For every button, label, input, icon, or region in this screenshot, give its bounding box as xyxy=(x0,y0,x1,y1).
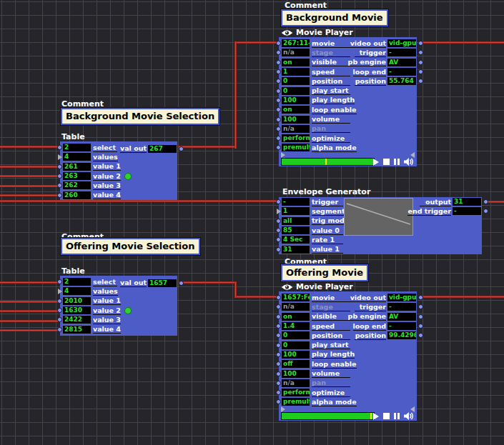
envelope-generator-node[interactable]: - trigger 1 segments all trig mode 85 va… xyxy=(279,197,482,254)
input-port[interactable] xyxy=(276,219,281,224)
output-port[interactable] xyxy=(418,69,423,74)
input-port[interactable] xyxy=(276,295,281,300)
param-value-input[interactable]: 2 xyxy=(63,278,91,286)
connection-wire[interactable] xyxy=(0,185,58,187)
param-value-input[interactable]: n/a xyxy=(282,125,310,133)
param-value-input[interactable]: 1 xyxy=(282,68,310,76)
node-title-movie-player-offering[interactable]: Movie Player xyxy=(281,282,353,291)
input-port[interactable] xyxy=(277,209,284,214)
connection-wire[interactable] xyxy=(0,146,58,148)
param-value-input[interactable]: n/a xyxy=(282,379,310,387)
param-value-input[interactable]: 267:11-I xyxy=(282,39,310,47)
connection-wire[interactable] xyxy=(419,296,504,298)
input-port[interactable] xyxy=(276,381,281,386)
output-port[interactable] xyxy=(418,60,423,65)
comment-box-offering-selection[interactable]: Offering Movie Selection xyxy=(61,238,200,255)
param-value-input[interactable]: 2815 xyxy=(63,326,91,334)
input-port[interactable] xyxy=(276,136,281,141)
playhead[interactable] xyxy=(370,413,372,419)
loop-end-marker-icon[interactable] xyxy=(407,152,415,158)
input-port[interactable] xyxy=(276,304,281,309)
param-value-input[interactable]: on xyxy=(282,106,310,114)
pause-icon[interactable] xyxy=(394,413,400,419)
input-port[interactable] xyxy=(57,174,62,179)
param-value-input[interactable]: n/a xyxy=(282,49,310,56)
input-port[interactable] xyxy=(57,299,62,304)
node-title-envelope-generator[interactable]: Envelope Generator xyxy=(282,187,370,196)
input-port[interactable] xyxy=(57,317,62,322)
input-port[interactable] xyxy=(276,145,281,150)
comment-box-offering-movie[interactable]: Offering Movie xyxy=(281,264,368,281)
param-value-input[interactable]: 261 xyxy=(63,163,91,171)
output-port[interactable] xyxy=(418,41,423,46)
param-value-input[interactable]: on xyxy=(282,59,310,66)
output-port[interactable] xyxy=(418,79,423,84)
input-port[interactable] xyxy=(276,371,281,376)
input-port[interactable] xyxy=(276,390,281,395)
param-value-input[interactable]: 2010 xyxy=(63,297,91,305)
input-port[interactable] xyxy=(276,352,281,357)
connection-wire[interactable] xyxy=(0,194,58,196)
param-value-input[interactable]: 0 xyxy=(282,331,310,339)
input-port[interactable] xyxy=(57,193,62,198)
connection-wire[interactable] xyxy=(234,41,237,149)
input-port[interactable] xyxy=(276,314,281,319)
connection-wire[interactable] xyxy=(0,281,58,284)
input-port[interactable] xyxy=(276,117,281,122)
output-port[interactable] xyxy=(418,314,423,319)
input-port[interactable] xyxy=(57,183,62,188)
progress-bar[interactable] xyxy=(281,158,375,166)
connection-wire[interactable] xyxy=(237,296,280,298)
movie-player-node-offering[interactable]: 1657:Fe movie n/a stage on visible 1.4 s… xyxy=(279,291,417,421)
stop-icon[interactable] xyxy=(383,159,390,165)
play-icon[interactable] xyxy=(373,413,379,420)
param-value-input[interactable]: 1657:Fe xyxy=(282,294,310,301)
output-port[interactable] xyxy=(418,333,423,338)
node-title-table-background[interactable]: Table xyxy=(61,132,85,141)
param-value-input[interactable]: 85 xyxy=(282,226,310,234)
input-port[interactable] xyxy=(57,327,62,332)
output-port[interactable] xyxy=(418,295,423,300)
input-port[interactable] xyxy=(58,289,65,294)
param-value-input[interactable]: 100 xyxy=(282,351,310,359)
param-value-input[interactable]: 4 xyxy=(63,287,91,295)
speaker-icon[interactable] xyxy=(404,158,413,166)
connection-wire[interactable] xyxy=(0,329,58,331)
param-value-input[interactable]: premult xyxy=(282,144,310,151)
input-port[interactable] xyxy=(58,154,65,160)
param-value-input[interactable]: 100 xyxy=(282,370,310,378)
param-value-input[interactable]: 0 xyxy=(282,77,310,85)
input-port[interactable] xyxy=(276,399,281,404)
param-value-input[interactable]: performa xyxy=(282,134,310,142)
input-port[interactable] xyxy=(57,279,62,284)
param-value-input[interactable]: 0 xyxy=(282,341,310,349)
param-value-input[interactable]: 0 xyxy=(282,87,310,95)
output-port[interactable] xyxy=(418,304,423,309)
input-port[interactable] xyxy=(276,361,281,366)
param-value-input[interactable]: 263 xyxy=(63,172,91,180)
input-port[interactable] xyxy=(276,41,281,46)
output-port[interactable] xyxy=(418,50,423,55)
input-port[interactable] xyxy=(276,199,281,204)
param-value-input[interactable]: all xyxy=(282,217,310,225)
param-value-input[interactable]: 2422 xyxy=(63,316,91,324)
movie-player-node-background[interactable]: 267:11-I movie n/a stage on visible 1 sp… xyxy=(279,37,417,166)
connection-wire[interactable] xyxy=(0,320,58,322)
output-port[interactable] xyxy=(483,199,488,204)
loop-start-marker-icon[interactable] xyxy=(281,406,288,412)
connection-wire[interactable] xyxy=(0,301,58,303)
progress-bar[interactable] xyxy=(281,412,375,420)
input-port[interactable] xyxy=(57,308,62,313)
input-port[interactable] xyxy=(276,107,281,112)
input-port[interactable] xyxy=(276,333,281,338)
connection-wire[interactable] xyxy=(419,41,504,44)
input-port[interactable] xyxy=(276,228,281,233)
connection-wire[interactable] xyxy=(0,200,279,202)
param-value-input[interactable]: 1.4 xyxy=(282,322,310,330)
stop-icon[interactable] xyxy=(383,413,390,419)
param-value-input[interactable]: 1 xyxy=(282,207,310,215)
play-icon[interactable] xyxy=(373,159,379,166)
param-value-input[interactable]: 260 xyxy=(63,191,91,199)
input-port[interactable] xyxy=(276,98,281,103)
connection-wire[interactable] xyxy=(0,166,58,168)
